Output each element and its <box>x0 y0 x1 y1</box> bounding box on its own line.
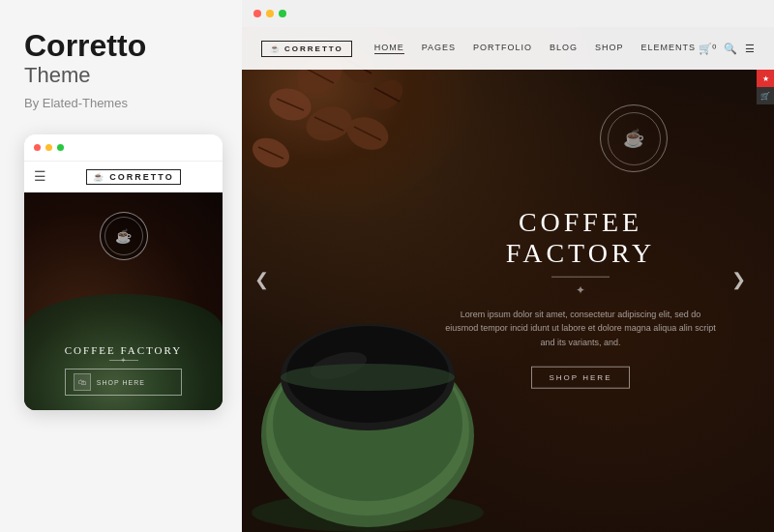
nav-link-pages[interactable]: PAGES <box>422 43 456 54</box>
hero-body-text: Lorem ipsum dolor sit amet, consectetur … <box>445 308 716 349</box>
mobile-shop-label: shop HeRE <box>97 379 145 386</box>
website-navbar: ☕ CORRETTO HOME PAGES PORTFOLIO BLOG SHO… <box>242 27 774 70</box>
nav-icon-group: 🛒⁰ 🔍 ☰ <box>699 43 755 55</box>
mobile-dot-yellow <box>45 144 52 151</box>
nav-link-shop[interactable]: SHOP <box>595 43 624 54</box>
mobile-shop-icon: 🛍 <box>74 373 91 391</box>
carousel-prev-button[interactable]: ❮ <box>250 268 273 291</box>
browser-chrome <box>242 0 774 27</box>
desktop-mockup: ☕ CORRETTO HOME PAGES PORTFOLIO BLOG SHO… <box>242 0 774 532</box>
nav-logo-text: CORRETTO <box>284 44 343 53</box>
hero-content: COFFEE FACTORY ✦ Lorem ipsum dolor sit a… <box>445 207 716 389</box>
mobile-logo: ☕ CORRETTO <box>86 169 180 185</box>
website-frame: ☕ CORRETTO HOME PAGES PORTFOLIO BLOG SHO… <box>242 27 774 532</box>
mobile-logo-area: ☕ CORRETTO <box>54 169 213 185</box>
coffee-cup-icon: ☕ <box>93 172 105 182</box>
browser-dot-red <box>253 10 261 17</box>
mobile-mockup: ☰ ☕ CORRETTO ☕ COFFEE FACTORY ✦ <box>24 134 223 410</box>
chevron-right-icon: ❯ <box>731 269 746 290</box>
nav-link-blog[interactable]: BLOG <box>550 43 578 54</box>
menu-icon[interactable]: ☰ <box>745 43 755 55</box>
svg-point-21 <box>281 364 455 391</box>
hamburger-icon[interactable]: ☰ <box>34 168 46 185</box>
hero-badge: ☕ <box>600 104 668 172</box>
search-icon[interactable]: 🔍 <box>724 43 737 55</box>
side-red-button[interactable]: ★ <box>757 70 774 87</box>
browser-dot-yellow <box>266 10 274 17</box>
coffee-bean-icon: ☕ <box>115 228 132 245</box>
mobile-hero-title: COFFEE FACTORY <box>65 344 182 356</box>
mobile-nav: ☰ ☕ CORRETTO <box>24 162 223 192</box>
hero-divider <box>551 277 610 278</box>
carousel-next-button[interactable]: ❯ <box>727 268 750 291</box>
hero-shop-button[interactable]: SHOP HERE <box>531 367 631 389</box>
theme-by: By Elated-Themes <box>24 96 128 110</box>
mobile-badge-inner: ☕ <box>104 217 143 255</box>
mobile-dot-red <box>34 144 41 151</box>
left-panel: Corretto Theme By Elated-Themes ☰ ☕ CORR… <box>0 0 242 532</box>
nav-links: HOME PAGES PORTFOLIO BLOG SHOP ELEMENTS <box>372 43 699 54</box>
nav-link-elements[interactable]: ELEMENTS <box>640 43 696 54</box>
hero-title: COFFEE FACTORY <box>445 207 716 269</box>
side-red-icon: ★ <box>762 74 769 83</box>
mobile-hero-divider: ✦ <box>109 360 138 361</box>
mobile-hero-content: COFFEE FACTORY ✦ 🛍 shop HeRE <box>65 344 182 396</box>
side-dark-button[interactable]: 🛒 <box>757 87 774 104</box>
hero-badge-inner: ☕ <box>608 112 661 165</box>
theme-subtitle: Theme <box>24 63 90 88</box>
mobile-badge: ☕ <box>100 212 148 260</box>
hero-badge-icon: ☕ <box>623 128 644 149</box>
mobile-shop-button[interactable]: 🛍 shop HeRE <box>65 369 182 396</box>
cart-icon[interactable]: 🛒⁰ <box>699 43 716 55</box>
shop-bag-icon: 🛍 <box>78 378 86 387</box>
mobile-dot-green <box>57 144 64 151</box>
nav-logo-icon: ☕ <box>270 44 280 53</box>
hero-fleur-icon: ✦ <box>445 283 716 298</box>
mobile-browser-bar <box>24 134 223 162</box>
nav-link-home[interactable]: HOME <box>374 43 404 54</box>
side-dark-icon: 🛒 <box>760 92 770 101</box>
browser-dot-green <box>279 10 286 17</box>
right-panel: ☕ CORRETTO HOME PAGES PORTFOLIO BLOG SHO… <box>242 0 774 532</box>
theme-title: Corretto <box>24 29 146 63</box>
mobile-hero: ☕ COFFEE FACTORY ✦ 🛍 shop HeRE <box>24 192 223 410</box>
chevron-left-icon: ❮ <box>254 269 269 290</box>
nav-logo: ☕ CORRETTO <box>261 41 352 57</box>
nav-link-portfolio[interactable]: PORTFOLIO <box>473 43 532 54</box>
